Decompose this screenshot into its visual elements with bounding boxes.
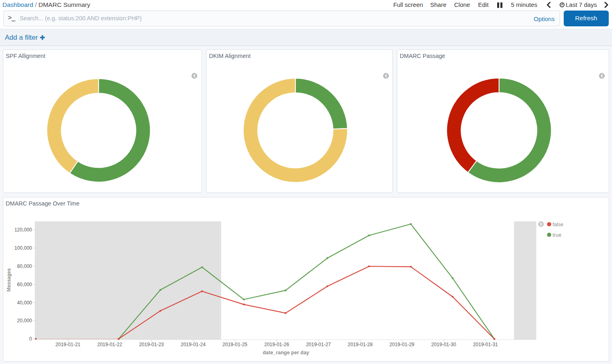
svg-text:40,000: 40,000 [17,300,32,306]
svg-text:0: 0 [29,336,32,342]
svg-text:2019-01-23: 2019-01-23 [139,342,164,347]
svg-text:80,000: 80,000 [17,263,32,269]
svg-text:60,000: 60,000 [17,282,32,287]
svg-text:2019-01-26: 2019-01-26 [264,342,289,347]
svg-text:true: true [553,232,562,238]
svg-text:2019-01-31: 2019-01-31 [473,342,498,347]
svg-text:2019-01-22: 2019-01-22 [97,342,123,347]
svg-text:Messages: Messages [6,268,12,291]
svg-text:2019-01-28: 2019-01-28 [348,342,373,347]
svg-text:false: false [553,222,563,227]
svg-text:20,000: 20,000 [17,318,32,323]
svg-text:2019-01-27: 2019-01-27 [306,342,331,347]
svg-text:120,000: 120,000 [14,227,32,233]
svg-text:2019-01-24: 2019-01-24 [181,342,206,347]
svg-text:2019-01-29: 2019-01-29 [390,342,415,347]
svg-text:2019-01-25: 2019-01-25 [222,342,248,347]
svg-text:date_range per day: date_range per day [263,350,309,355]
svg-text:100,000: 100,000 [14,245,32,251]
svg-text:2019-01-21: 2019-01-21 [56,342,81,347]
svg-text:2019-01-30: 2019-01-30 [431,342,457,347]
